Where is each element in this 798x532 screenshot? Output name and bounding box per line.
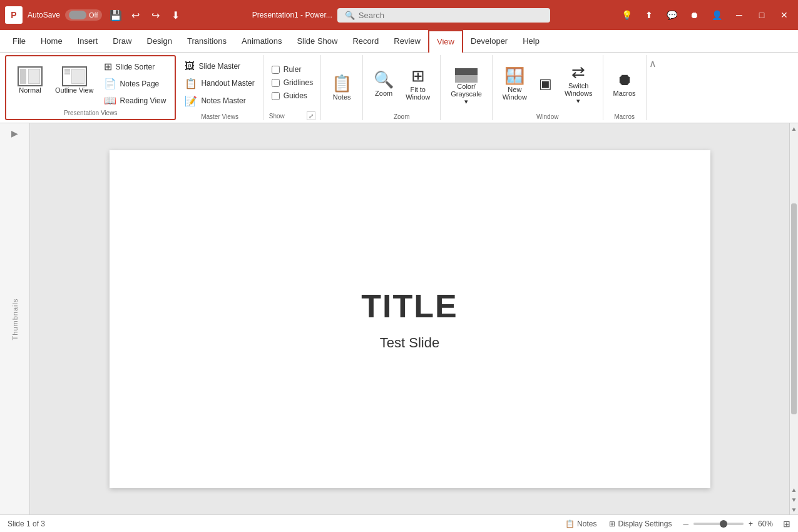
autosave-toggle[interactable]: Off [65, 9, 101, 21]
new-window-button[interactable]: 🪟 New Window [498, 63, 532, 105]
thumbnails-label: Thumbnails [11, 298, 19, 340]
tab-design[interactable]: Design [140, 29, 180, 52]
tab-home[interactable]: Home [33, 29, 70, 52]
notes-page-button[interactable]: 📄 Notes Page [100, 76, 170, 91]
slide-sorter-label: Slide Sorter [116, 63, 155, 71]
main-area: ▶ Thumbnails TITLE Test Slide ▲ ▲ ▼ ▼ [0, 123, 798, 514]
scroll-down-button[interactable]: ▼ [790, 504, 798, 514]
display-settings-button[interactable]: ⊞ Display Settings [605, 518, 675, 529]
guides-checkbox-item[interactable]: Guides [269, 90, 310, 101]
macros-group: ⏺ Macros Macros [603, 55, 647, 120]
color-grayscale-button[interactable]: Color/ Grayscale ▾ [446, 66, 487, 108]
slide-sorter-button[interactable]: ⊞ Slide Sorter [100, 59, 170, 74]
maximize-button[interactable]: □ [753, 6, 770, 24]
toggle-state-label: Off [89, 11, 98, 19]
fit-slide-button[interactable]: ⊞ [783, 519, 790, 529]
notes-group-label [326, 119, 357, 120]
macros-label: Macros [613, 90, 636, 97]
outline-view-label: Outline View [55, 86, 94, 94]
presentation-views-label: Presentation Views [11, 108, 170, 116]
tab-file[interactable]: File [5, 29, 33, 52]
tab-transitions[interactable]: Transitions [180, 29, 234, 52]
display-settings-icon: ⊞ [609, 519, 615, 528]
guides-checkbox[interactable] [272, 92, 280, 100]
ruler-checkbox[interactable] [272, 66, 280, 74]
zoom-slider[interactable] [693, 523, 744, 525]
slide-panel: TITLE Test Slide [30, 123, 789, 514]
switch-windows-label: Switch Windows [565, 82, 593, 97]
notes-ribbon-button[interactable]: 📋 Notes [326, 66, 357, 108]
scroll-page-up-button[interactable]: ▲ [790, 484, 798, 494]
status-left: Slide 1 of 3 [8, 519, 45, 528]
minimize-button[interactable]: ─ [730, 6, 748, 24]
user-icon[interactable]: 👤 [708, 6, 725, 24]
fit-to-window-button[interactable]: ⊞ Fit to Window [401, 63, 435, 105]
zoom-in-button[interactable]: + [746, 518, 755, 529]
search-box[interactable]: 🔍 [337, 8, 550, 23]
macros-button[interactable]: ⏺ Macros [608, 63, 641, 105]
show-expand-icon[interactable]: ⤢ [307, 111, 315, 120]
normal-label: Normal [19, 86, 41, 94]
redo-button[interactable]: ↪ [147, 6, 165, 24]
slide-sorter-icon: ⊞ [104, 61, 112, 73]
scroll-thumb[interactable] [791, 203, 797, 414]
right-scrollbar[interactable]: ▲ ▲ ▼ ▼ [789, 123, 798, 514]
tab-review[interactable]: Review [386, 29, 428, 52]
tab-insert[interactable]: Insert [70, 29, 106, 52]
reading-view-button[interactable]: 📖 Reading View [100, 93, 170, 108]
macros-icon: ⏺ [616, 70, 633, 90]
close-button[interactable]: ✕ [775, 6, 793, 24]
ruler-label: Ruler [284, 65, 302, 74]
arrange-all-button[interactable]: ▣ [533, 63, 558, 105]
zoom-controls: ─ + 60% [680, 518, 778, 529]
record-button[interactable]: ⏺ [685, 6, 703, 24]
ribbon-collapse-button[interactable]: ∧ [649, 58, 657, 69]
comments-button[interactable]: 💬 [663, 6, 680, 24]
gridlines-checkbox-item[interactable]: Gridlines [269, 77, 315, 88]
status-bar: Slide 1 of 3 📋 Notes ⊞ Display Settings … [0, 514, 798, 532]
zoom-out-button[interactable]: ─ [680, 518, 691, 529]
zoom-group-label: Zoom [368, 112, 435, 120]
scroll-page-down-button[interactable]: ▼ [790, 494, 798, 504]
slide-master-button[interactable]: 🖼 Slide Master [181, 59, 244, 74]
notes-ribbon-icon: 📋 [332, 74, 352, 93]
thumbnails-sidebar: ▶ Thumbnails [0, 123, 30, 514]
normal-view-button[interactable]: Normal [11, 59, 49, 101]
undo-button[interactable]: ↩ [127, 6, 145, 24]
lightbulb-icon[interactable]: 💡 [618, 6, 635, 24]
show-group-label: Show [269, 113, 285, 120]
zoom-button[interactable]: 🔍 Zoom [368, 63, 399, 105]
tab-view[interactable]: View [428, 30, 463, 53]
save-button[interactable]: 💾 [107, 6, 125, 24]
slide-canvas[interactable]: TITLE Test Slide [110, 150, 710, 488]
outline-view-button[interactable]: Outline View [50, 59, 99, 101]
handout-master-button[interactable]: 📋 Handout Master [181, 76, 258, 91]
tab-slideshow[interactable]: Slide Show [289, 29, 345, 52]
notes-master-button[interactable]: 📝 Notes Master [181, 93, 249, 109]
status-right: 📋 Notes ⊞ Display Settings ─ + 60% ⊞ [561, 518, 790, 529]
reading-view-icon: 📖 [104, 95, 116, 106]
arrange-all-icon: ▣ [539, 76, 552, 92]
search-input[interactable] [359, 11, 543, 20]
tab-draw[interactable]: Draw [105, 29, 139, 52]
switch-windows-button[interactable]: ⇄ Switch Windows ▾ [560, 63, 598, 105]
zoom-thumb [720, 520, 727, 528]
sidebar-collapse-arrow[interactable]: ▶ [11, 128, 18, 138]
tab-developer[interactable]: Developer [463, 29, 515, 52]
zoom-label: Zoom [375, 90, 392, 97]
customize-qat-button[interactable]: ⬇ [167, 6, 185, 24]
ruler-checkbox-item[interactable]: Ruler [269, 64, 304, 75]
normal-view-icon [18, 66, 43, 86]
color-grayscale-arrow: ▾ [464, 98, 468, 106]
tab-help[interactable]: Help [515, 29, 547, 52]
gridlines-checkbox[interactable] [272, 79, 280, 87]
notes-status-button[interactable]: 📋 Notes [561, 518, 600, 529]
tab-animations[interactable]: Animations [234, 29, 289, 52]
scroll-track[interactable] [790, 133, 798, 484]
quick-access-toolbar: 💾 ↩ ↪ ⬇ [107, 6, 185, 24]
scroll-up-button[interactable]: ▲ [790, 123, 798, 133]
tab-record[interactable]: Record [345, 29, 386, 52]
share-button[interactable]: ⬆ [640, 6, 658, 24]
presentation-views-group: Normal Outline View ⊞ Slide Sorter [5, 55, 176, 120]
notes-master-label: Notes Master [201, 96, 245, 105]
